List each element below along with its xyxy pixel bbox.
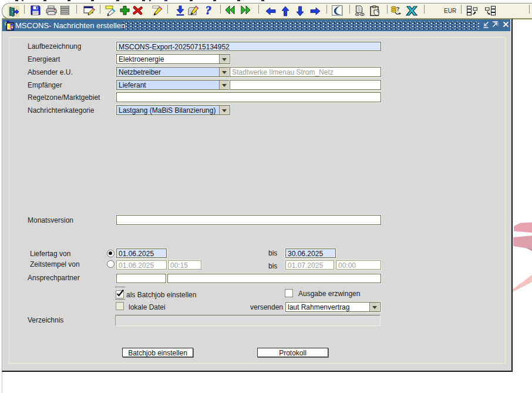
- svg-text:?: ?: [396, 6, 400, 12]
